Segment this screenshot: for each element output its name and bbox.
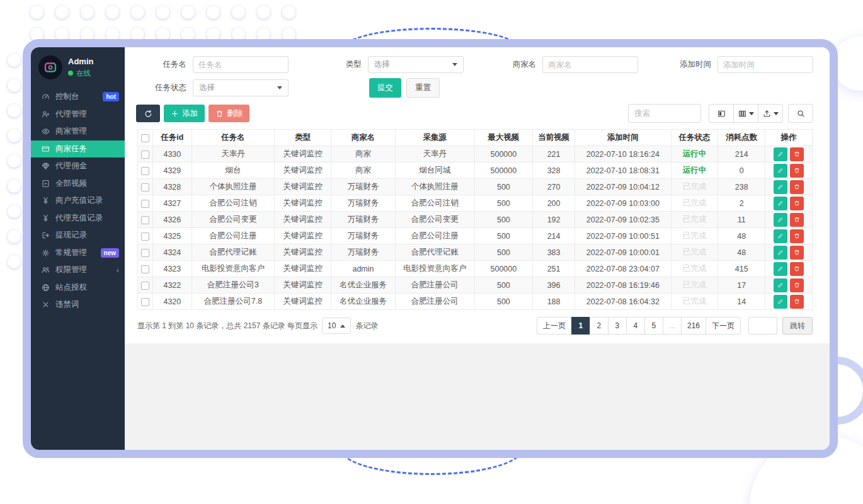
add-time-cell: 2022-07-08 16:19:46: [575, 277, 672, 294]
page-button-5[interactable]: 5: [644, 317, 663, 335]
row-delete-button[interactable]: [790, 246, 804, 260]
sidebar-item-site-auth[interactable]: 站点授权: [31, 279, 125, 297]
row-checkbox[interactable]: [141, 200, 149, 208]
status-badge: 已完成: [683, 297, 707, 306]
row-checkbox[interactable]: [141, 167, 149, 175]
row-delete-button[interactable]: [790, 197, 804, 210]
add-time-input[interactable]: [717, 56, 813, 73]
task-id-cell: 4324: [152, 244, 191, 261]
sidebar-item-agent-recharge[interactable]: 代理充值记录: [31, 210, 125, 227]
source-cell: 合肥注册公司: [395, 294, 474, 310]
task-id-cell: 4323: [152, 261, 191, 277]
sidebar-item-agent-commission[interactable]: 代理佣金: [31, 158, 125, 175]
sidebar-item-merchant-task[interactable]: 商家任务: [31, 140, 125, 158]
type-select[interactable]: 选择: [368, 56, 464, 73]
row-delete-button[interactable]: [790, 180, 804, 194]
actions-cell: [765, 277, 813, 294]
sidebar-item-label: 站点授权: [55, 282, 87, 293]
edit-button[interactable]: [774, 246, 787, 260]
sidebar-item-all-videos[interactable]: 全部视频: [31, 175, 125, 193]
page-button-2[interactable]: 2: [590, 317, 609, 335]
edit-button[interactable]: [774, 278, 787, 292]
trash-icon: [794, 282, 800, 289]
settings-icon: [42, 249, 50, 257]
row-delete-button[interactable]: [790, 229, 804, 243]
delete-button[interactable]: 删除: [209, 105, 249, 122]
row-checkbox[interactable]: [141, 232, 149, 241]
columns-button[interactable]: [733, 104, 758, 123]
page-size-select[interactable]: 10: [322, 318, 351, 334]
merchant-icon: [42, 127, 50, 135]
task-name-label: 任务名: [136, 59, 186, 70]
row-delete-button[interactable]: [790, 295, 804, 309]
task-status-select[interactable]: 选择: [193, 79, 289, 96]
row-checkbox[interactable]: [141, 298, 149, 306]
sidebar-item-merchant-manage[interactable]: 商家管理: [31, 123, 125, 140]
task-name-cell: 合肥公司注销: [191, 195, 275, 212]
trash-icon: [215, 110, 224, 118]
sidebar-item-agent-manage[interactable]: 代理管理: [31, 106, 125, 123]
type-cell: 关键词监控: [275, 179, 331, 195]
edit-button[interactable]: [774, 180, 787, 194]
decor-dot: [8, 54, 21, 67]
yen-icon: [42, 197, 50, 205]
avatar[interactable]: [38, 55, 62, 79]
jump-page-input[interactable]: [748, 317, 777, 335]
source-cell: 合肥公司注销: [395, 195, 474, 212]
add-button[interactable]: 添加: [164, 105, 205, 122]
edit-button[interactable]: [774, 229, 787, 243]
search-button[interactable]: [788, 104, 813, 123]
row-checkbox[interactable]: [141, 249, 149, 257]
type-cell: 关键词监控: [275, 195, 331, 212]
max-video-cell: 500: [474, 294, 533, 310]
source-cell: 合肥公司注册: [395, 228, 474, 244]
page-button-4[interactable]: 4: [626, 317, 645, 335]
page-next-button[interactable]: 下一页: [706, 317, 741, 335]
sidebar-item-merchant-recharge[interactable]: 商户充值记录: [31, 192, 125, 210]
merchant-name-input[interactable]: [542, 56, 638, 73]
row-checkbox[interactable]: [141, 151, 149, 159]
sidebar-item-banned-words[interactable]: 违禁词: [31, 296, 125, 314]
jump-button[interactable]: 跳转: [782, 317, 813, 335]
page-button-216[interactable]: 216: [681, 317, 706, 335]
add-time-label: 添加时间: [661, 59, 711, 70]
sidebar-item-permission-manage[interactable]: 权限管理‹: [31, 261, 125, 279]
sidebar-item-withdraw-records[interactable]: 提现记录: [31, 227, 125, 244]
toggle-view-button[interactable]: [709, 104, 734, 123]
row-delete-button[interactable]: [790, 164, 804, 178]
refresh-button[interactable]: [136, 105, 160, 122]
pencil-icon: [777, 167, 784, 174]
sidebar-item-console[interactable]: 控制台hot: [31, 88, 125, 106]
trash-icon: [794, 151, 800, 158]
submit-button[interactable]: 提交: [369, 78, 401, 98]
page-prev-button[interactable]: 上一页: [537, 317, 572, 335]
edit-button[interactable]: [774, 147, 787, 161]
edit-button[interactable]: [774, 197, 787, 210]
export-button[interactable]: [758, 104, 783, 123]
row-checkbox[interactable]: [141, 183, 149, 192]
reset-button[interactable]: 重置: [406, 78, 440, 98]
row-delete-button[interactable]: [790, 278, 804, 292]
actions-cell: [765, 212, 813, 228]
edit-button[interactable]: [774, 213, 787, 227]
row-checkbox[interactable]: [141, 216, 149, 224]
sidebar-item-label: 提现记录: [55, 230, 87, 241]
decor-dot: [282, 6, 295, 19]
search-input[interactable]: [628, 104, 701, 123]
page-button-3[interactable]: 3: [608, 317, 627, 335]
edit-button[interactable]: [774, 262, 787, 276]
task-id-cell: 4327: [152, 195, 191, 212]
status-cell: 已完成: [671, 261, 718, 277]
row-delete-button[interactable]: [790, 147, 804, 161]
page-button-1[interactable]: 1: [571, 317, 590, 335]
select-all-checkbox[interactable]: [141, 134, 149, 142]
row-delete-button[interactable]: [790, 213, 804, 227]
sidebar-item-general-manage[interactable]: 常规管理new: [31, 244, 125, 262]
max-video-cell: 500: [474, 228, 533, 244]
task-name-input[interactable]: [193, 56, 289, 73]
edit-button[interactable]: [774, 164, 787, 178]
row-checkbox[interactable]: [141, 282, 149, 290]
row-checkbox[interactable]: [141, 265, 149, 273]
row-delete-button[interactable]: [790, 262, 804, 276]
edit-button[interactable]: [774, 295, 787, 309]
